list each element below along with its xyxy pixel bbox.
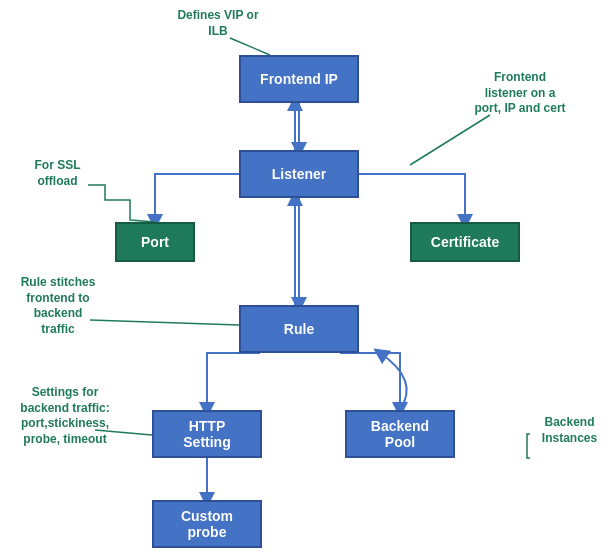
svg-line-5: [230, 38, 270, 55]
backend-pool-box: Backend Pool: [345, 410, 455, 458]
custom-probe-label: Custom probe: [181, 508, 233, 540]
http-setting-box: HTTP Setting: [152, 410, 262, 458]
http-setting-label: HTTP Setting: [183, 418, 230, 450]
frontend-listener-annotation: Frontend listener on a port, IP and cert: [455, 70, 585, 117]
backend-instances-annotation: Backend Instances: [532, 415, 607, 446]
svg-line-7: [90, 320, 239, 325]
rule-box: Rule: [239, 305, 359, 353]
rule-stitches-annotation: Rule stitches frontend to backend traffi…: [8, 275, 108, 337]
port-box: Port: [115, 222, 195, 262]
defines-vip-annotation: Defines VIP or ILB: [168, 8, 268, 39]
custom-probe-box: Custom probe: [152, 500, 262, 548]
diagram-container: Frontend IP Listener Port Certificate Ru…: [0, 0, 610, 558]
svg-line-6: [410, 115, 490, 165]
for-ssl-annotation: For SSL offload: [15, 158, 100, 189]
frontend-ip-box: Frontend IP: [239, 55, 359, 103]
certificate-box: Certificate: [410, 222, 520, 262]
settings-for-annotation: Settings for backend traffic: port,stick…: [5, 385, 125, 447]
listener-box: Listener: [239, 150, 359, 198]
backend-pool-label: Backend Pool: [371, 418, 429, 450]
